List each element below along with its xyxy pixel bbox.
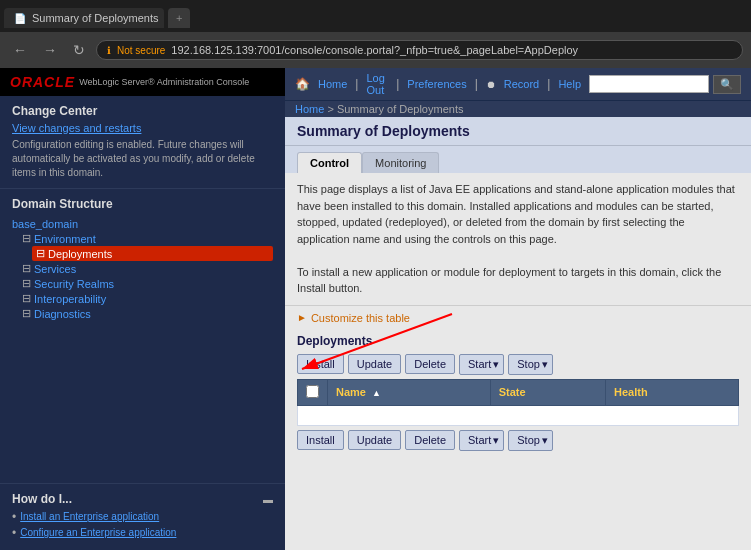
install-enterprise-link[interactable]: Install an Enterprise application <box>20 510 159 523</box>
oracle-text: ORACLE <box>10 74 75 90</box>
update-button-bottom[interactable]: Update <box>348 430 401 450</box>
domain-structure-title: Domain Structure <box>12 197 273 211</box>
table-controls-bottom: Install Update Delete Start ▾ Stop ▾ <box>297 430 739 451</box>
sidebar: ORACLE WebLogic Server® Administration C… <box>0 68 285 550</box>
tab-control[interactable]: Control <box>297 152 362 173</box>
description-section: This page displays a list of Java EE app… <box>285 173 751 306</box>
domain-structure-section: Domain Structure base_domain ⊟ Environme… <box>0 189 285 484</box>
tab-monitoring[interactable]: Monitoring <box>362 152 439 173</box>
separator-3: | <box>475 77 478 91</box>
tabs-bar: Control Monitoring <box>285 146 751 173</box>
security-icon: ℹ <box>107 45 111 56</box>
tree-connector-interop: ⊟ <box>22 292 31 305</box>
how-do-i-section: How do I... ▬ • Install an Enterprise ap… <box>0 484 285 550</box>
collapse-how-do-i-button[interactable]: ▬ <box>263 494 273 505</box>
deployments-table: Name ▲ State Health <box>297 379 739 426</box>
home-link[interactable]: Home <box>318 78 347 90</box>
empty-row <box>298 405 739 425</box>
configure-enterprise-link[interactable]: Configure an Enterprise application <box>20 526 176 539</box>
sidebar-item-base-domain[interactable]: base_domain <box>12 217 273 231</box>
logout-link[interactable]: Log Out <box>366 72 388 96</box>
home-icon: 🏠 <box>295 77 310 91</box>
page-header: Summary of Deployments <box>285 117 751 146</box>
breadcrumb-home-link[interactable]: Home <box>295 103 324 115</box>
view-changes-link[interactable]: View changes and restarts <box>12 122 273 134</box>
stop-label-top: Stop <box>517 358 540 370</box>
bullet-icon-2: • <box>12 526 16 540</box>
stop-button-bottom[interactable]: Stop ▾ <box>508 430 553 451</box>
update-button-top[interactable]: Update <box>348 354 401 374</box>
tab-label: Summary of Deployments <box>32 12 159 24</box>
install-button-bottom[interactable]: Install <box>297 430 344 450</box>
top-toolbar: 🏠 Home | Log Out | Preferences | ⏺ Recor… <box>285 68 751 100</box>
start-label-bottom: Start <box>468 434 491 446</box>
customize-table-link[interactable]: ► Customize this table <box>297 312 739 324</box>
delete-button-top[interactable]: Delete <box>405 354 455 374</box>
preferences-link[interactable]: Preferences <box>407 78 466 90</box>
table-controls-top: Install Update Delete Start ▾ Stop ▾ <box>297 354 739 375</box>
sidebar-item-diagnostics[interactable]: ⊟ Diagnostics <box>22 306 273 321</box>
change-center-title: Change Center <box>12 104 273 118</box>
table-header-health: Health <box>606 379 739 405</box>
select-all-checkbox[interactable] <box>306 385 319 398</box>
name-header-label: Name <box>336 386 366 398</box>
description-text-2: To install a new application or module f… <box>297 264 739 297</box>
state-header-label: State <box>499 386 526 398</box>
section-subtitle: Deployments <box>297 334 739 348</box>
back-button[interactable]: ← <box>8 40 32 60</box>
address-bar[interactable]: ℹ Not secure 192.168.125.139:7001/consol… <box>96 40 743 60</box>
breadcrumb: Home > Summary of Deployments <box>285 100 751 117</box>
separator-1: | <box>355 77 358 91</box>
start-label-top: Start <box>468 358 491 370</box>
delete-button-bottom[interactable]: Delete <box>405 430 455 450</box>
how-do-i-header: How do I... ▬ <box>12 492 273 506</box>
sidebar-item-deployments[interactable]: ⊟ Deployments <box>32 246 273 261</box>
tree-connector-security: ⊟ <box>22 277 31 290</box>
help-link[interactable]: Help <box>558 78 581 90</box>
tree-connector-services: ⊟ <box>22 262 31 275</box>
change-center-description: Configuration editing is enabled. Future… <box>12 138 273 180</box>
browser-tab-new[interactable]: + <box>168 8 190 28</box>
right-content: 🏠 Home | Log Out | Preferences | ⏺ Recor… <box>285 68 751 550</box>
page-content: Summary of Deployments Control Monitorin… <box>285 117 751 550</box>
page-title: Summary of Deployments <box>297 123 739 139</box>
start-arrow-bottom: ▾ <box>493 434 499 447</box>
stop-label-bottom: Stop <box>517 434 540 446</box>
main-content: ORACLE WebLogic Server® Administration C… <box>0 68 751 550</box>
tree-connector-diagnostics: ⊟ <box>22 307 31 320</box>
tab-icon: 📄 <box>14 13 26 24</box>
table-header-name: Name ▲ <box>328 379 491 405</box>
tree-connector-environment: ⊟ <box>22 232 31 245</box>
customize-label: Customize this table <box>311 312 410 324</box>
deployments-section: Deployments Install Update Delet <box>285 330 751 459</box>
search-input[interactable] <box>589 75 709 93</box>
table-body <box>298 405 739 425</box>
start-button-top[interactable]: Start ▾ <box>459 354 504 375</box>
browser-chrome: 📄 Summary of Deployments ✕ + ← → ↻ ℹ Not… <box>0 0 751 68</box>
search-button[interactable]: 🔍 <box>713 75 741 94</box>
how-do-i-item-2: • Configure an Enterprise application <box>12 526 273 540</box>
security-label: Not secure <box>117 45 165 56</box>
separator-2: | <box>396 77 399 91</box>
triangle-icon: ► <box>297 312 307 323</box>
install-button-top[interactable]: Install <box>297 354 344 374</box>
sort-icon[interactable]: ▲ <box>372 388 381 398</box>
sidebar-item-security-realms[interactable]: ⊟ Security Realms <box>22 276 273 291</box>
health-header-label: Health <box>614 386 648 398</box>
record-link[interactable]: Record <box>504 78 539 90</box>
table-header-state: State <box>490 379 605 405</box>
stop-button-top[interactable]: Stop ▾ <box>508 354 553 375</box>
record-icon: ⏺ <box>486 79 496 90</box>
forward-button[interactable]: → <box>38 40 62 60</box>
sidebar-item-environment[interactable]: ⊟ Environment <box>22 231 273 246</box>
sidebar-item-services[interactable]: ⊟ Services <box>22 261 273 276</box>
start-arrow-top: ▾ <box>493 358 499 371</box>
start-button-bottom[interactable]: Start ▾ <box>459 430 504 451</box>
stop-arrow-bottom: ▾ <box>542 434 548 447</box>
browser-tab-active[interactable]: 📄 Summary of Deployments ✕ <box>4 8 164 28</box>
stop-arrow-top: ▾ <box>542 358 548 371</box>
refresh-button[interactable]: ↻ <box>68 40 90 60</box>
how-do-i-item-1: • Install an Enterprise application <box>12 510 273 524</box>
toolbar-search: 🔍 <box>589 75 741 94</box>
sidebar-item-interoperability[interactable]: ⊟ Interoperability <box>22 291 273 306</box>
